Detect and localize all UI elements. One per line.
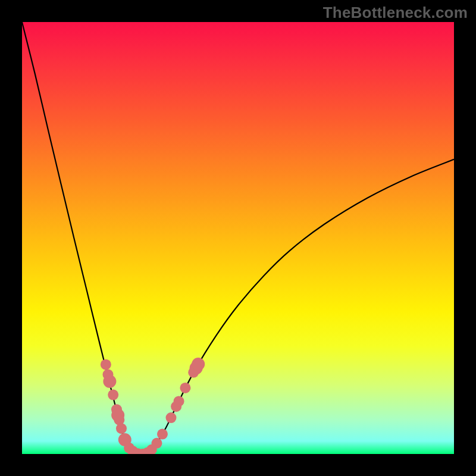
curve-path [22,22,454,454]
marker-dot [174,396,184,406]
marker-dot [157,429,168,440]
marker-dot [192,358,205,371]
watermark-text: TheBottleneck.com [323,4,468,22]
marker-group [101,358,205,454]
marker-dot [103,375,116,388]
marker-dot [180,383,190,393]
marker-dot [165,412,176,423]
marker-dot [101,359,111,370]
marker-dot [152,438,162,449]
chart-svg [22,22,454,454]
plot-area [22,22,454,454]
marker-dot [108,390,118,400]
marker-dot [116,423,127,434]
chart-frame: TheBottleneck.com [0,0,476,476]
